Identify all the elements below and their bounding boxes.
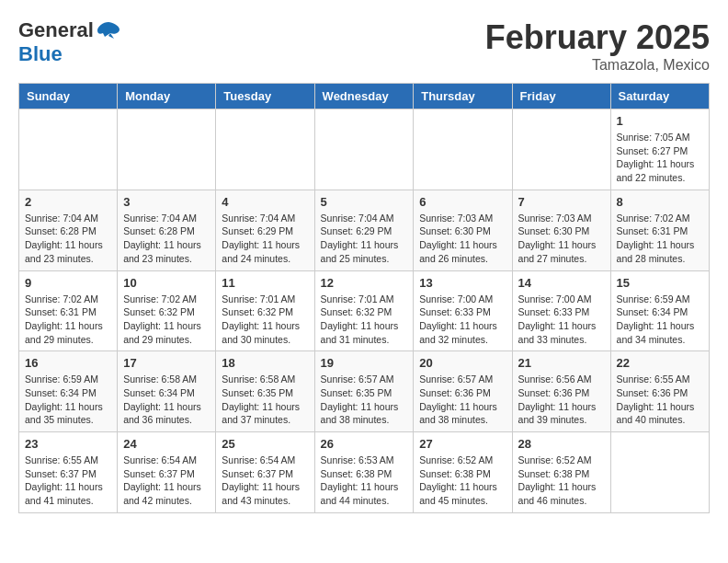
calendar-cell: 27Sunrise: 6:52 AM Sunset: 6:38 PM Dayli…: [414, 432, 512, 513]
day-info: Sunrise: 7:00 AM Sunset: 6:33 PM Dayligh…: [419, 293, 506, 347]
day-info: Sunrise: 7:03 AM Sunset: 6:30 PM Dayligh…: [419, 212, 506, 266]
day-info: Sunrise: 6:55 AM Sunset: 6:36 PM Dayligh…: [617, 373, 703, 427]
day-of-week-header: Friday: [512, 84, 610, 109]
calendar-cell: 7Sunrise: 7:03 AM Sunset: 6:30 PM Daylig…: [512, 190, 610, 270]
calendar-cell: 14Sunrise: 7:00 AM Sunset: 6:33 PM Dayli…: [512, 270, 610, 351]
day-number: 22: [617, 356, 703, 370]
calendar-cell: 11Sunrise: 7:01 AM Sunset: 6:32 PM Dayli…: [216, 270, 314, 351]
calendar-cell: [118, 109, 216, 190]
calendar-cell: 15Sunrise: 6:59 AM Sunset: 6:34 PM Dayli…: [610, 270, 709, 351]
day-of-week-header: Wednesday: [314, 84, 414, 109]
page-header: General Blue February 2025 Tamazola, Mex…: [18, 18, 710, 74]
calendar-week-row: 1Sunrise: 7:05 AM Sunset: 6:27 PM Daylig…: [19, 109, 710, 190]
day-info: Sunrise: 7:05 AM Sunset: 6:27 PM Dayligh…: [617, 131, 703, 185]
day-info: Sunrise: 6:54 AM Sunset: 6:37 PM Dayligh…: [123, 454, 210, 508]
title-section: February 2025 Tamazola, Mexico: [485, 18, 710, 74]
day-number: 6: [419, 195, 506, 209]
day-info: Sunrise: 7:04 AM Sunset: 6:29 PM Dayligh…: [321, 212, 408, 266]
calendar-cell: 4Sunrise: 7:04 AM Sunset: 6:29 PM Daylig…: [216, 190, 314, 270]
day-number: 10: [123, 276, 210, 290]
logo-bird-icon: [96, 20, 121, 40]
day-info: Sunrise: 7:01 AM Sunset: 6:32 PM Dayligh…: [321, 293, 408, 347]
calendar-cell: 26Sunrise: 6:53 AM Sunset: 6:38 PM Dayli…: [314, 432, 414, 513]
day-info: Sunrise: 7:04 AM Sunset: 6:28 PM Dayligh…: [25, 212, 111, 266]
day-number: 19: [321, 356, 408, 370]
calendar-cell: 20Sunrise: 6:57 AM Sunset: 6:36 PM Dayli…: [414, 351, 512, 432]
calendar-cell: 1Sunrise: 7:05 AM Sunset: 6:27 PM Daylig…: [610, 109, 709, 190]
calendar-header-row: SundayMondayTuesdayWednesdayThursdayFrid…: [19, 84, 710, 109]
day-number: 3: [123, 195, 210, 209]
day-number: 5: [321, 195, 408, 209]
day-number: 2: [25, 195, 111, 209]
day-info: Sunrise: 6:52 AM Sunset: 6:38 PM Dayligh…: [518, 454, 605, 508]
day-info: Sunrise: 7:04 AM Sunset: 6:28 PM Dayligh…: [123, 212, 210, 266]
calendar-cell: 16Sunrise: 6:59 AM Sunset: 6:34 PM Dayli…: [19, 351, 118, 432]
day-info: Sunrise: 6:53 AM Sunset: 6:38 PM Dayligh…: [321, 454, 408, 508]
calendar-cell: [19, 109, 118, 190]
calendar-cell: 24Sunrise: 6:54 AM Sunset: 6:37 PM Dayli…: [118, 432, 216, 513]
day-number: 9: [25, 276, 111, 290]
day-info: Sunrise: 6:59 AM Sunset: 6:34 PM Dayligh…: [617, 293, 703, 347]
day-number: 18: [222, 356, 308, 370]
day-info: Sunrise: 7:02 AM Sunset: 6:31 PM Dayligh…: [25, 293, 111, 347]
day-number: 20: [419, 356, 506, 370]
calendar-cell: 23Sunrise: 6:55 AM Sunset: 6:37 PM Dayli…: [19, 432, 118, 513]
calendar-cell: 17Sunrise: 6:58 AM Sunset: 6:34 PM Dayli…: [118, 351, 216, 432]
day-number: 17: [123, 356, 210, 370]
calendar-cell: 13Sunrise: 7:00 AM Sunset: 6:33 PM Dayli…: [414, 270, 512, 351]
calendar-week-row: 23Sunrise: 6:55 AM Sunset: 6:37 PM Dayli…: [19, 432, 710, 513]
day-info: Sunrise: 6:57 AM Sunset: 6:35 PM Dayligh…: [321, 373, 408, 427]
day-number: 23: [25, 437, 111, 451]
day-number: 4: [222, 195, 308, 209]
calendar-cell: 22Sunrise: 6:55 AM Sunset: 6:36 PM Dayli…: [610, 351, 709, 432]
day-number: 8: [617, 195, 703, 209]
day-number: 16: [25, 356, 111, 370]
calendar-cell: [512, 109, 610, 190]
logo: General Blue: [18, 18, 121, 66]
month-title: February 2025: [485, 18, 710, 57]
day-number: 15: [617, 276, 703, 290]
day-of-week-header: Tuesday: [216, 84, 314, 109]
day-info: Sunrise: 6:58 AM Sunset: 6:34 PM Dayligh…: [123, 373, 210, 427]
logo-general-text: General: [18, 18, 94, 42]
day-number: 1: [617, 114, 703, 128]
day-of-week-header: Monday: [118, 84, 216, 109]
calendar-cell: 28Sunrise: 6:52 AM Sunset: 6:38 PM Dayli…: [512, 432, 610, 513]
calendar-cell: 10Sunrise: 7:02 AM Sunset: 6:32 PM Dayli…: [118, 270, 216, 351]
day-number: 26: [321, 437, 408, 451]
day-number: 27: [419, 437, 506, 451]
day-number: 7: [518, 195, 605, 209]
day-number: 21: [518, 356, 605, 370]
day-info: Sunrise: 6:55 AM Sunset: 6:37 PM Dayligh…: [25, 454, 111, 508]
calendar-cell: 2Sunrise: 7:04 AM Sunset: 6:28 PM Daylig…: [19, 190, 118, 270]
day-info: Sunrise: 6:54 AM Sunset: 6:37 PM Dayligh…: [222, 454, 308, 508]
day-number: 12: [321, 276, 408, 290]
location-subtitle: Tamazola, Mexico: [485, 57, 710, 74]
calendar-cell: [216, 109, 314, 190]
day-info: Sunrise: 6:52 AM Sunset: 6:38 PM Dayligh…: [419, 454, 506, 508]
calendar-cell: [414, 109, 512, 190]
calendar-cell: 9Sunrise: 7:02 AM Sunset: 6:31 PM Daylig…: [19, 270, 118, 351]
day-info: Sunrise: 7:02 AM Sunset: 6:32 PM Dayligh…: [123, 293, 210, 347]
calendar-cell: 21Sunrise: 6:56 AM Sunset: 6:36 PM Dayli…: [512, 351, 610, 432]
day-info: Sunrise: 6:59 AM Sunset: 6:34 PM Dayligh…: [25, 373, 111, 427]
calendar-cell: 19Sunrise: 6:57 AM Sunset: 6:35 PM Dayli…: [314, 351, 414, 432]
calendar-cell: 8Sunrise: 7:02 AM Sunset: 6:31 PM Daylig…: [610, 190, 709, 270]
day-of-week-header: Saturday: [610, 84, 709, 109]
logo-blue-text: Blue: [18, 42, 63, 66]
day-of-week-header: Thursday: [414, 84, 512, 109]
day-info: Sunrise: 7:03 AM Sunset: 6:30 PM Dayligh…: [518, 212, 605, 266]
day-number: 24: [123, 437, 210, 451]
calendar-week-row: 2Sunrise: 7:04 AM Sunset: 6:28 PM Daylig…: [19, 190, 710, 270]
day-of-week-header: Sunday: [19, 84, 118, 109]
calendar-cell: 12Sunrise: 7:01 AM Sunset: 6:32 PM Dayli…: [314, 270, 414, 351]
day-number: 13: [419, 276, 506, 290]
calendar-cell: 3Sunrise: 7:04 AM Sunset: 6:28 PM Daylig…: [118, 190, 216, 270]
calendar-table: SundayMondayTuesdayWednesdayThursdayFrid…: [18, 83, 710, 513]
calendar-cell: 6Sunrise: 7:03 AM Sunset: 6:30 PM Daylig…: [414, 190, 512, 270]
calendar-week-row: 9Sunrise: 7:02 AM Sunset: 6:31 PM Daylig…: [19, 270, 710, 351]
day-number: 28: [518, 437, 605, 451]
calendar-cell: 5Sunrise: 7:04 AM Sunset: 6:29 PM Daylig…: [314, 190, 414, 270]
day-info: Sunrise: 7:00 AM Sunset: 6:33 PM Dayligh…: [518, 293, 605, 347]
day-info: Sunrise: 7:02 AM Sunset: 6:31 PM Dayligh…: [617, 212, 703, 266]
